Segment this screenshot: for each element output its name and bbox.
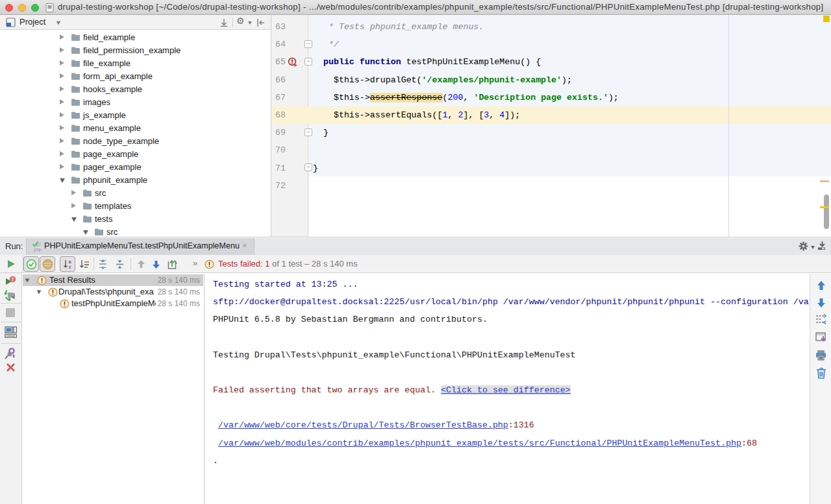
svg-text:z: z: [69, 264, 71, 270]
svg-text:php: php: [34, 247, 42, 252]
